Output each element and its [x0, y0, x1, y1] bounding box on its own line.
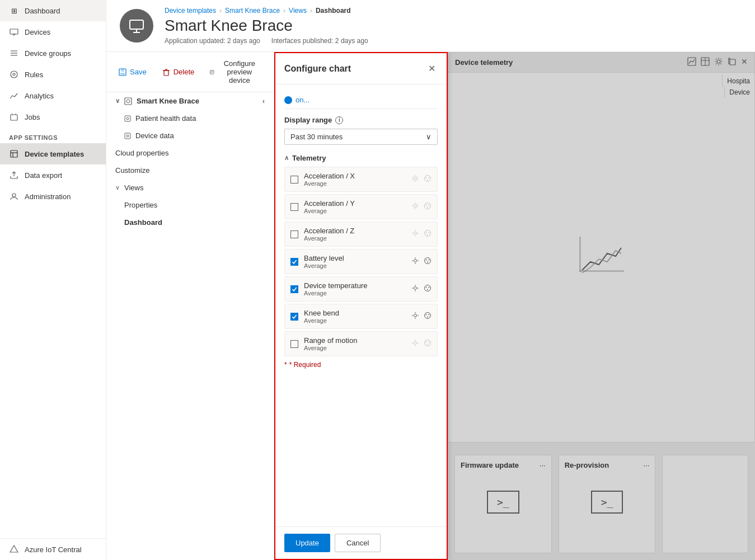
range-gear-icon[interactable] — [411, 339, 419, 349]
svg-rect-29 — [125, 98, 132, 105]
accel-x-palette-icon[interactable] — [424, 175, 432, 184]
accel-z-palette-icon[interactable] — [424, 229, 432, 239]
device-temp-gear-icon[interactable] — [411, 284, 419, 294]
range-palette-icon[interactable] — [424, 339, 432, 349]
svg-point-77 — [427, 344, 428, 345]
telemetry-widget-title: Device telemetry — [455, 58, 513, 67]
checkbox-accel-y[interactable] — [290, 203, 298, 211]
svg-point-30 — [126, 100, 130, 103]
copy-icon[interactable] — [728, 57, 737, 68]
table-icon[interactable] — [701, 57, 710, 68]
checkbox-battery[interactable] — [290, 258, 298, 266]
content-area: Save Delete Configure preview device ∨ S… — [106, 52, 755, 560]
reprovision-dots[interactable]: ··· — [644, 461, 650, 469]
svg-point-44 — [425, 176, 431, 182]
tree-node-cloud-properties[interactable]: Cloud properties — [106, 144, 274, 162]
tree-node-views[interactable]: ∨ Views — [106, 179, 274, 196]
chevron-down-icon: ∨ — [426, 133, 432, 141]
tree-node-properties[interactable]: Properties — [106, 196, 274, 214]
sidebar-item-device-templates[interactable]: Device templates — [0, 143, 106, 164]
telemetry-item-accel-z: Acceleration / Z Average — [284, 222, 438, 247]
checkbox-accel-x[interactable] — [290, 176, 298, 183]
svg-point-75 — [426, 342, 427, 343]
svg-point-7 — [13, 73, 15, 76]
sidebar-item-data-export[interactable]: Data export — [0, 164, 106, 186]
close-telemetry-icon[interactable]: ✕ — [741, 57, 748, 68]
save-button[interactable]: Save — [113, 65, 152, 79]
configure-preview-button[interactable]: Configure preview device — [204, 57, 267, 87]
update-button[interactable]: Update — [284, 534, 330, 552]
gear-icon[interactable] — [714, 57, 723, 68]
svg-rect-22 — [120, 73, 125, 75]
knee-bend-gear-icon[interactable] — [411, 312, 419, 321]
modal-header: Configure chart ✕ — [275, 53, 447, 84]
display-range-info-icon[interactable]: i — [335, 116, 343, 124]
telemetry-section: ∧ Telemetry Acceleration / X Average — [284, 154, 438, 369]
breadcrumb: Device templates › Smart Knee Brace › Vi… — [165, 7, 742, 15]
firmware-dots[interactable]: ··· — [540, 461, 546, 469]
sidebar-item-jobs[interactable]: Jobs — [0, 106, 106, 128]
dashboard-area: Device telemetry — [274, 52, 755, 560]
svg-point-55 — [426, 232, 427, 233]
breadcrumb-device-templates[interactable]: Device templates — [165, 7, 216, 15]
required-note: * * Required — [284, 361, 438, 369]
svg-rect-33 — [125, 133, 130, 139]
partial-content: on... — [284, 91, 438, 109]
svg-point-70 — [426, 314, 427, 316]
accel-y-gear-icon[interactable] — [411, 202, 419, 211]
svg-point-58 — [414, 260, 417, 262]
sidebar-item-administration[interactable]: Administration — [0, 186, 106, 207]
svg-point-63 — [414, 287, 417, 290]
sidebar-item-azure-iot[interactable]: Azure IoT Central — [0, 539, 106, 560]
tree-node-smart-knee-brace[interactable]: ∨ Smart Knee Brace ‹ — [106, 92, 274, 110]
checkbox-range-of-motion[interactable] — [290, 340, 298, 348]
chart-icon[interactable] — [687, 57, 696, 68]
svg-rect-21 — [121, 69, 124, 72]
checkbox-device-temp[interactable] — [290, 285, 298, 293]
tree-node-dashboard[interactable]: Dashboard — [106, 214, 274, 231]
svg-rect-42 — [579, 237, 581, 272]
svg-point-46 — [429, 177, 430, 178]
knee-bend-palette-icon[interactable] — [424, 312, 432, 321]
main-content: Device templates › Smart Knee Brace › Vi… — [106, 0, 755, 560]
modal-close-button[interactable]: ✕ — [426, 61, 438, 76]
svg-point-74 — [425, 340, 431, 346]
svg-rect-0 — [10, 29, 18, 34]
device-temp-palette-icon[interactable] — [424, 284, 432, 294]
tree-node-customize[interactable]: Customize — [106, 162, 274, 179]
modal-body: on... Display range i Past 30 minutes ∨ — [275, 84, 447, 526]
svg-rect-40 — [730, 59, 735, 65]
cancel-button[interactable]: Cancel — [335, 534, 381, 552]
battery-palette-icon[interactable] — [424, 257, 432, 266]
sidebar-item-dashboard[interactable]: ⊞ Dashboard — [0, 0, 106, 21]
display-range-section: Display range i Past 30 minutes ∨ — [284, 116, 438, 145]
accel-y-palette-icon[interactable] — [424, 202, 432, 211]
tree-node-device-data[interactable]: Device data — [106, 127, 274, 144]
azure-icon — [9, 544, 19, 554]
accel-z-gear-icon[interactable] — [411, 229, 419, 239]
sidebar-item-devices[interactable]: Devices — [0, 21, 106, 43]
sidebar-item-rules[interactable]: Rules — [0, 64, 106, 85]
telemetry-item-accel-x: Acceleration / X Average — [284, 167, 438, 192]
tree-collapse-arrow[interactable]: ‹ — [262, 97, 265, 105]
svg-point-6 — [11, 71, 17, 78]
telemetry-chart-area — [448, 73, 754, 440]
sidebar-item-device-groups[interactable]: Device groups — [0, 43, 106, 64]
modal-title: Configure chart — [284, 64, 351, 74]
sidebar: ⊞ Dashboard Devices Device groups — [0, 0, 106, 560]
telemetry-widget-header: Device telemetry — [448, 53, 754, 73]
sidebar-item-analytics[interactable]: Analytics — [0, 85, 106, 106]
accel-x-gear-icon[interactable] — [411, 175, 419, 184]
checkbox-knee-bend[interactable] — [290, 313, 298, 321]
checkbox-accel-z[interactable] — [290, 230, 298, 238]
battery-gear-icon[interactable] — [411, 257, 419, 266]
reprovision-cmd-icon: >_ — [591, 491, 623, 514]
breadcrumb-views[interactable]: Views — [289, 7, 307, 15]
breadcrumb-smart-knee-brace[interactable]: Smart Knee Brace — [225, 7, 280, 15]
tree-panel: Save Delete Configure preview device ∨ S… — [106, 52, 274, 560]
delete-button[interactable]: Delete — [157, 65, 200, 79]
telemetry-collapse-icon[interactable]: ∧ — [284, 154, 289, 162]
telemetry-item-accel-y: Acceleration / Y Average — [284, 194, 438, 219]
display-range-select[interactable]: Past 30 minutes ∨ — [284, 129, 438, 145]
tree-node-patient-health[interactable]: Patient health data — [106, 110, 274, 127]
